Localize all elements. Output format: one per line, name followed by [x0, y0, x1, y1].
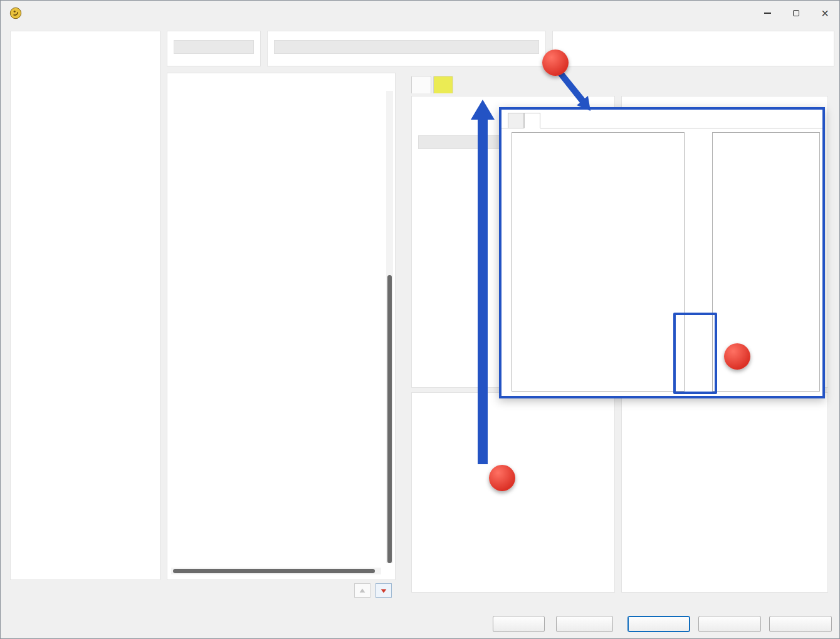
vertical-scrollbar-thumb[interactable]: [387, 275, 392, 563]
maximize-button[interactable]: [782, 1, 811, 26]
subresults-overlay: [499, 107, 825, 398]
report-items-title: [167, 73, 395, 81]
overlay-tab-separator: [501, 128, 822, 128]
tab-spectral-analysis-subresults[interactable]: [433, 76, 453, 93]
list-panel-title: [11, 31, 160, 39]
name-field[interactable]: [274, 40, 539, 54]
printout-report-manager-dialog: ×: [0, 0, 840, 639]
annotation-rectangle: [673, 313, 717, 394]
move-item-up-button[interactable]: [354, 583, 370, 598]
ok-button[interactable]: [627, 616, 690, 632]
cancel-button[interactable]: [698, 616, 761, 632]
window-controls: ×: [753, 1, 839, 26]
vertical-scrollbar[interactable]: [386, 91, 393, 563]
options-panel: [411, 392, 615, 593]
titlebar: ×: [1, 1, 839, 26]
callout-1: [489, 465, 515, 491]
close-button[interactable]: ×: [811, 1, 839, 26]
overlay-tabs: [508, 113, 540, 128]
move-up-icon: [358, 586, 367, 595]
to-select-title: [512, 133, 684, 138]
minimize-button[interactable]: [753, 1, 782, 26]
parameters-title: [412, 96, 614, 104]
tab-main[interactable]: [411, 76, 431, 93]
overlay-tab-main[interactable]: [508, 113, 524, 128]
apply-button[interactable]: [769, 616, 832, 632]
list-panel: [10, 31, 160, 580]
detail-tabs: [411, 76, 453, 93]
maximize-icon: [793, 10, 799, 16]
number-panel: [167, 31, 261, 66]
report-items-tree: [169, 91, 384, 565]
callout-3: [724, 343, 750, 370]
number-label: [167, 31, 260, 39]
bottom-right-panel: [621, 392, 828, 593]
move-down-icon: [379, 586, 388, 595]
selected-title: [713, 133, 819, 138]
to-select-listbox: [512, 132, 685, 392]
app-icon: [9, 7, 22, 19]
horizontal-scrollbar-thumb[interactable]: [173, 569, 375, 573]
page-sheet-numbering-title: [622, 96, 827, 104]
horizontal-scrollbar[interactable]: [171, 568, 381, 574]
name-label: [268, 31, 545, 39]
name-panel: [267, 31, 546, 66]
callout-2: [542, 49, 569, 76]
save-and-show-button[interactable]: [556, 616, 613, 632]
print-button[interactable]: [493, 616, 545, 632]
top-right-panel: [552, 31, 834, 66]
overlay-tab-spectral-analysis-subresults[interactable]: [524, 113, 540, 128]
move-item-buttons: [354, 583, 392, 598]
number-field[interactable]: [174, 40, 254, 54]
delete-report-button[interactable]: [138, 582, 155, 598]
minimize-icon: [764, 13, 771, 14]
report-items-panel: [167, 73, 396, 580]
move-item-down-button[interactable]: [375, 583, 392, 598]
close-icon: ×: [821, 7, 829, 19]
